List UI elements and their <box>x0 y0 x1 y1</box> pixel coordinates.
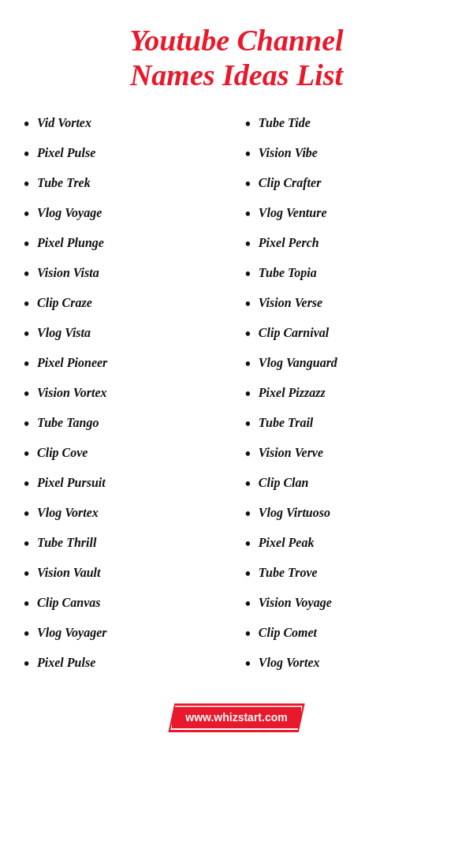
list-item: Vision Verve <box>245 444 449 463</box>
names-list: Vid VortexPixel PulseTube TrekVlog Voyag… <box>24 114 449 684</box>
list-item: Vision Verse <box>245 294 449 313</box>
list-item: Clip Clan <box>245 474 449 493</box>
list-item: Pixel Perch <box>245 234 449 253</box>
list-item: Clip Craze <box>24 294 228 313</box>
list-item: Pixel Peak <box>245 534 449 553</box>
list-item: Pixel Pulse <box>24 654 228 673</box>
footer-badge: www.whizstart.com <box>168 703 304 732</box>
list-item: Vision Voyage <box>245 594 449 613</box>
list-item: Tube Topia <box>245 264 449 283</box>
list-item: Tube Tide <box>245 114 449 133</box>
list-item: Vision Vortex <box>24 384 228 403</box>
list-item: Pixel Pulse <box>24 144 228 163</box>
list-item: Tube Trail <box>245 414 449 433</box>
list-item: Clip Comet <box>245 624 449 643</box>
list-item: Vid Vortex <box>24 114 228 133</box>
list-item: Vlog Voyager <box>24 624 228 643</box>
list-item: Vlog Vortex <box>24 504 228 523</box>
list-item: Vlog Voyage <box>24 204 228 223</box>
list-item: Tube Trek <box>24 174 228 193</box>
list-item: Vlog Vista <box>24 324 228 343</box>
right-column: Tube TideVision VibeClip CrafterVlog Ven… <box>245 114 449 684</box>
list-item: Clip Crafter <box>245 174 449 193</box>
list-item: Vlog Virtuoso <box>245 504 449 523</box>
list-item: Pixel Plunge <box>24 234 228 253</box>
list-item: Vlog Vanguard <box>245 354 449 373</box>
list-item: Clip Carnival <box>245 324 449 343</box>
list-item: Pixel Pursuit <box>24 474 228 493</box>
list-item: Tube Tango <box>24 414 228 433</box>
list-item: Clip Cove <box>24 444 228 463</box>
list-item: Vision Vista <box>24 264 228 283</box>
footer-url: www.whizstart.com <box>185 711 287 724</box>
footer: www.whizstart.com <box>24 703 449 732</box>
list-item: Pixel Pioneer <box>24 354 228 373</box>
list-item: Clip Canvas <box>24 594 228 613</box>
page-title: Youtube Channel Names Ideas List <box>24 24 449 92</box>
list-item: Vision Vibe <box>245 144 449 163</box>
list-item: Pixel Pizzazz <box>245 384 449 403</box>
list-item: Vlog Venture <box>245 204 449 223</box>
list-item: Vlog Vortex <box>245 654 449 673</box>
list-item: Tube Thrill <box>24 534 228 553</box>
list-item: Tube Trove <box>245 564 449 583</box>
list-item: Vision Vault <box>24 564 228 583</box>
left-column: Vid VortexPixel PulseTube TrekVlog Voyag… <box>24 114 228 684</box>
